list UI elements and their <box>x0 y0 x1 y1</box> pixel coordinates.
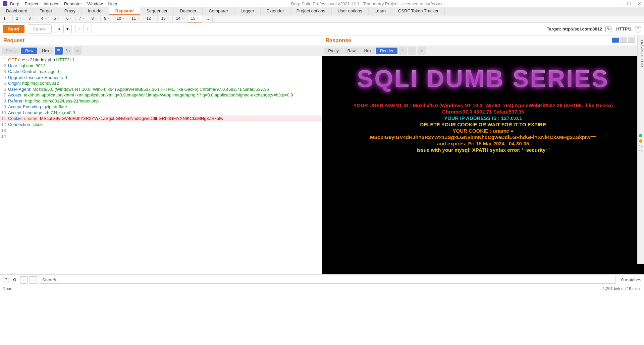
search-help-icon[interactable]: ? <box>3 277 9 283</box>
status-dot-green-icon <box>639 134 642 137</box>
subtab-10[interactable]: 10× <box>113 15 128 22</box>
tab-logger[interactable]: Logger <box>234 7 260 15</box>
tab-target[interactable]: Target <box>34 7 58 15</box>
subtab-close-icon[interactable]: × <box>7 17 9 20</box>
tab-sequencer[interactable]: Sequencer <box>140 7 174 15</box>
subtab-4[interactable]: 4× <box>38 15 51 22</box>
menu-repeater[interactable]: Repeater <box>64 1 82 6</box>
subtab-close-icon[interactable]: × <box>57 17 59 20</box>
protocol-label[interactable]: HTTP/1 <box>616 26 631 31</box>
subtab-close-icon[interactable]: × <box>108 17 110 20</box>
subtab-close-icon[interactable]: × <box>83 17 85 20</box>
status-bar: Done 1,251 bytes | 19 millis <box>0 285 644 292</box>
subtab-close-icon[interactable]: × <box>182 17 184 20</box>
search-next-button[interactable]: → <box>30 276 37 284</box>
response-toggle-pretty-icon[interactable]: ☰ <box>399 47 407 55</box>
subtab-14[interactable]: 14× <box>173 15 187 22</box>
maximize-icon[interactable]: ☐ <box>627 1 631 6</box>
status-left: Done <box>3 286 12 291</box>
history-back-button[interactable]: < <box>55 25 64 33</box>
subtab-15[interactable]: 15× <box>187 15 202 22</box>
response-view-raw[interactable]: Raw <box>343 48 360 54</box>
subtab-11[interactable]: 11× <box>128 15 143 22</box>
subtab-8[interactable]: 8× <box>88 15 101 22</box>
subtab-5[interactable]: 5× <box>50 15 63 22</box>
render-expires: and expires: Fri 15 Mar 2024 - 04:30:05 <box>322 141 644 146</box>
history-back-dropdown[interactable]: ▾ <box>64 25 72 33</box>
subtab-close-icon[interactable]: × <box>32 17 34 20</box>
render-delete-cookie: DELETE YOUR COOKIE OR WAIT FOR IT TO EXP… <box>322 122 644 127</box>
tab-extender[interactable]: Extender <box>261 7 290 15</box>
subtab-close-icon[interactable]: × <box>95 17 97 20</box>
search-prev-button[interactable]: ← <box>20 276 28 284</box>
sidebar-status-dots: 0.4 0.0 <box>637 134 644 153</box>
subtab-close-icon[interactable]: × <box>19 17 21 20</box>
subtab-close-icon[interactable]: × <box>122 17 124 20</box>
subtab-close-icon[interactable]: × <box>45 17 47 20</box>
edit-target-icon[interactable]: ✎ <box>605 26 611 32</box>
response-newline-icon[interactable]: \n <box>408 47 416 55</box>
subtab-close-icon[interactable]: × <box>197 17 199 20</box>
subtab-2[interactable]: 2× <box>13 15 25 22</box>
app-logo-icon <box>3 1 7 6</box>
layout-horizontal-icon[interactable] <box>612 38 619 43</box>
subtab-6[interactable]: 6× <box>63 15 76 22</box>
layout-combined-icon[interactable] <box>628 38 635 43</box>
subtab-3[interactable]: 3× <box>25 15 38 22</box>
tab-decoder[interactable]: Decoder <box>174 7 203 15</box>
response-view-render[interactable]: Render <box>376 48 397 54</box>
request-editor[interactable]: 1GET /Less-21/index.php HTTP/1.12Host: s… <box>0 56 322 274</box>
request-view-hex[interactable]: Hex <box>38 48 53 54</box>
tab-intruder[interactable]: Intruder <box>82 7 109 15</box>
subtab-12[interactable]: 12× <box>143 15 158 22</box>
main-tabs: DashboardTargetProxyIntruderRepeaterSequ… <box>0 7 644 15</box>
tab-proxy[interactable]: Proxy <box>58 7 82 15</box>
request-view-pretty[interactable]: Pretty <box>2 48 20 54</box>
search-input[interactable] <box>39 276 616 284</box>
subtab-...[interactable]: ... <box>202 15 213 22</box>
render-cookie-value: MScpIG9yIGV4dHJhY3R2YWx1ZSgxLGNvbmNhdCgw… <box>322 134 644 140</box>
tab-project-options[interactable]: Project options <box>290 7 332 15</box>
action-bar: Send Cancel < ▾ > ▾ Target: http://sql.c… <box>0 23 644 36</box>
minimize-icon[interactable]: — <box>616 1 621 6</box>
search-settings-icon[interactable]: ⚙ <box>11 277 18 283</box>
subtab-9[interactable]: 9× <box>101 15 113 22</box>
request-view-tabs: Pretty Raw Hex ☰ \n ≡ <box>0 46 322 56</box>
cancel-button[interactable]: Cancel <box>28 24 52 33</box>
response-view-pretty[interactable]: Pretty <box>324 48 343 54</box>
subtab-7[interactable]: 7× <box>75 15 88 22</box>
menu-burp[interactable]: Burp <box>10 1 19 6</box>
tab-repeater[interactable]: Repeater <box>109 7 141 15</box>
request-toggle-pretty-icon[interactable]: ☰ <box>55 47 63 55</box>
tab-comparer[interactable]: Comparer <box>203 7 234 15</box>
send-button[interactable]: Send <box>3 25 24 33</box>
subtab-13[interactable]: 13× <box>158 15 172 22</box>
tab-dashboard[interactable]: Dashboard <box>0 7 34 15</box>
menu-project[interactable]: Project <box>24 1 38 6</box>
subtab-close-icon[interactable]: × <box>70 17 72 20</box>
render-user-agent-2: Chrome/97.0.4692.71 Safari/537.36 <box>322 109 644 115</box>
page-banner: SQLI DUMB SERIES <box>322 65 644 92</box>
subtab-1[interactable]: 1× <box>0 15 13 22</box>
menu-intruder[interactable]: Intruder <box>44 1 59 6</box>
response-view-hex[interactable]: Hex <box>360 48 375 54</box>
menu-window[interactable]: Window <box>87 1 103 6</box>
close-icon[interactable]: ✕ <box>637 1 641 6</box>
tab-learn[interactable]: Learn <box>369 7 392 15</box>
history-forward-dropdown[interactable]: ▾ <box>84 25 92 33</box>
menu-help[interactable]: Help <box>108 1 117 6</box>
search-bar: ? ⚙ ← → 0 matches <box>0 275 644 285</box>
subtab-close-icon[interactable]: × <box>167 17 169 20</box>
layout-vertical-icon[interactable] <box>620 38 627 43</box>
response-hamburger-icon[interactable]: ≡ <box>418 47 426 55</box>
tab-user-options[interactable]: User options <box>332 7 369 15</box>
history-forward-button[interactable]: > <box>75 25 84 33</box>
render-user-agent-1: YOUR USER AGENT IS : Mozilla/5.0 (Window… <box>322 102 644 108</box>
tab-csrf-token-tracker[interactable]: CSRF Token Tracker <box>392 7 445 15</box>
request-view-raw[interactable]: Raw <box>21 48 37 54</box>
subtab-close-icon[interactable]: × <box>152 17 154 20</box>
request-newline-icon[interactable]: \n <box>64 47 72 55</box>
subtab-close-icon[interactable]: × <box>137 17 139 20</box>
request-hamburger-icon[interactable]: ≡ <box>73 47 82 55</box>
help-icon[interactable]: ? <box>635 26 641 32</box>
